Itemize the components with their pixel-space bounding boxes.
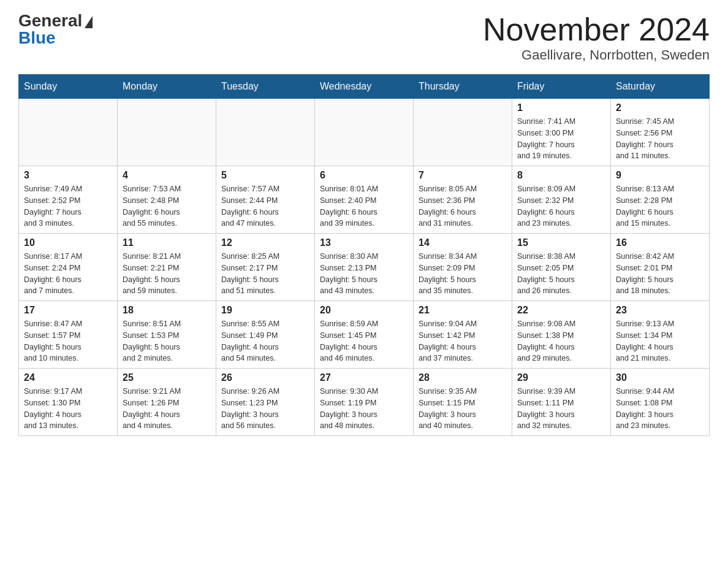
- calendar-cell: 28Sunrise: 9:35 AMSunset: 1:15 PMDayligh…: [414, 369, 512, 436]
- weekday-header-monday: Monday: [118, 75, 216, 99]
- day-number: 30: [616, 372, 704, 383]
- day-detail: Sunrise: 9:39 AMSunset: 1:11 PMDaylight:…: [517, 386, 605, 432]
- calendar-cell: [19, 99, 118, 166]
- day-detail: Sunrise: 8:30 AMSunset: 2:13 PMDaylight:…: [320, 251, 408, 297]
- day-detail: Sunrise: 8:05 AMSunset: 2:36 PMDaylight:…: [419, 183, 507, 229]
- calendar-week-5: 24Sunrise: 9:17 AMSunset: 1:30 PMDayligh…: [19, 369, 710, 436]
- calendar-cell: 2Sunrise: 7:45 AMSunset: 2:56 PMDaylight…: [611, 99, 710, 166]
- day-number: 10: [24, 237, 112, 248]
- calendar-cell: 19Sunrise: 8:55 AMSunset: 1:49 PMDayligh…: [216, 301, 315, 369]
- day-detail: Sunrise: 9:13 AMSunset: 1:34 PMDaylight:…: [616, 318, 704, 364]
- day-number: 21: [419, 305, 507, 316]
- day-detail: Sunrise: 8:09 AMSunset: 2:32 PMDaylight:…: [517, 183, 605, 229]
- calendar-table: SundayMondayTuesdayWednesdayThursdayFrid…: [18, 74, 710, 436]
- day-number: 8: [517, 170, 605, 181]
- day-detail: Sunrise: 8:01 AMSunset: 2:40 PMDaylight:…: [320, 183, 408, 229]
- title-block: November 2024 Gaellivare, Norrbotten, Sw…: [483, 12, 710, 63]
- day-number: 22: [517, 305, 605, 316]
- calendar-cell: 3Sunrise: 7:49 AMSunset: 2:52 PMDaylight…: [19, 166, 118, 234]
- logo-general: General: [18, 12, 82, 29]
- weekday-header-wednesday: Wednesday: [315, 75, 414, 99]
- day-number: 16: [616, 237, 704, 248]
- weekday-header-friday: Friday: [512, 75, 611, 99]
- day-number: 6: [320, 170, 408, 181]
- day-detail: Sunrise: 7:45 AMSunset: 2:56 PMDaylight:…: [616, 116, 704, 162]
- calendar-cell: 20Sunrise: 8:59 AMSunset: 1:45 PMDayligh…: [315, 301, 414, 369]
- calendar-cell: 21Sunrise: 9:04 AMSunset: 1:42 PMDayligh…: [414, 301, 512, 369]
- calendar-week-1: 1Sunrise: 7:41 AMSunset: 3:00 PMDaylight…: [19, 99, 710, 166]
- calendar-cell: 15Sunrise: 8:38 AMSunset: 2:05 PMDayligh…: [512, 234, 611, 301]
- day-detail: Sunrise: 9:35 AMSunset: 1:15 PMDaylight:…: [419, 386, 507, 432]
- page-title: November 2024: [483, 12, 710, 47]
- day-number: 1: [517, 102, 605, 113]
- day-detail: Sunrise: 9:26 AMSunset: 1:23 PMDaylight:…: [221, 386, 309, 432]
- calendar-cell: 27Sunrise: 9:30 AMSunset: 1:19 PMDayligh…: [315, 369, 414, 436]
- day-number: 7: [419, 170, 507, 181]
- day-detail: Sunrise: 7:57 AMSunset: 2:44 PMDaylight:…: [221, 183, 309, 229]
- calendar-body: 1Sunrise: 7:41 AMSunset: 3:00 PMDaylight…: [19, 99, 710, 436]
- weekday-header-sunday: Sunday: [19, 75, 118, 99]
- calendar-cell: [216, 99, 315, 166]
- day-detail: Sunrise: 8:47 AMSunset: 1:57 PMDaylight:…: [24, 318, 112, 364]
- day-number: 12: [221, 237, 309, 248]
- logo-blue: Blue: [18, 29, 56, 47]
- day-detail: Sunrise: 9:21 AMSunset: 1:26 PMDaylight:…: [123, 386, 211, 432]
- day-number: 28: [419, 372, 507, 383]
- day-detail: Sunrise: 8:42 AMSunset: 2:01 PMDaylight:…: [616, 251, 704, 297]
- day-detail: Sunrise: 9:04 AMSunset: 1:42 PMDaylight:…: [419, 318, 507, 364]
- calendar-cell: 12Sunrise: 8:25 AMSunset: 2:17 PMDayligh…: [216, 234, 315, 301]
- day-detail: Sunrise: 9:08 AMSunset: 1:38 PMDaylight:…: [517, 318, 605, 364]
- day-detail: Sunrise: 9:44 AMSunset: 1:08 PMDaylight:…: [616, 386, 704, 432]
- day-detail: Sunrise: 8:34 AMSunset: 2:09 PMDaylight:…: [419, 251, 507, 297]
- calendar-cell: 29Sunrise: 9:39 AMSunset: 1:11 PMDayligh…: [512, 369, 611, 436]
- calendar-cell: 22Sunrise: 9:08 AMSunset: 1:38 PMDayligh…: [512, 301, 611, 369]
- calendar-cell: 14Sunrise: 8:34 AMSunset: 2:09 PMDayligh…: [414, 234, 512, 301]
- calendar-cell: [315, 99, 414, 166]
- calendar-cell: [414, 99, 512, 166]
- weekday-header-thursday: Thursday: [414, 75, 512, 99]
- day-detail: Sunrise: 8:21 AMSunset: 2:21 PMDaylight:…: [123, 251, 211, 297]
- day-detail: Sunrise: 8:51 AMSunset: 1:53 PMDaylight:…: [123, 318, 211, 364]
- day-number: 17: [24, 305, 112, 316]
- day-number: 25: [123, 372, 211, 383]
- calendar-cell: 26Sunrise: 9:26 AMSunset: 1:23 PMDayligh…: [216, 369, 315, 436]
- calendar-week-4: 17Sunrise: 8:47 AMSunset: 1:57 PMDayligh…: [19, 301, 710, 369]
- calendar-week-3: 10Sunrise: 8:17 AMSunset: 2:24 PMDayligh…: [19, 234, 710, 301]
- page-subtitle: Gaellivare, Norrbotten, Sweden: [483, 47, 710, 63]
- day-number: 9: [616, 170, 704, 181]
- calendar-cell: 30Sunrise: 9:44 AMSunset: 1:08 PMDayligh…: [611, 369, 710, 436]
- page-header: General Blue November 2024 Gaellivare, N…: [18, 12, 710, 63]
- day-detail: Sunrise: 8:25 AMSunset: 2:17 PMDaylight:…: [221, 251, 309, 297]
- calendar-cell: 17Sunrise: 8:47 AMSunset: 1:57 PMDayligh…: [19, 301, 118, 369]
- day-detail: Sunrise: 9:17 AMSunset: 1:30 PMDaylight:…: [24, 386, 112, 432]
- calendar-cell: 5Sunrise: 7:57 AMSunset: 2:44 PMDaylight…: [216, 166, 315, 234]
- calendar-week-2: 3Sunrise: 7:49 AMSunset: 2:52 PMDaylight…: [19, 166, 710, 234]
- day-number: 20: [320, 305, 408, 316]
- day-number: 4: [123, 170, 211, 181]
- day-number: 5: [221, 170, 309, 181]
- day-detail: Sunrise: 7:53 AMSunset: 2:48 PMDaylight:…: [123, 183, 211, 229]
- calendar-cell: 9Sunrise: 8:13 AMSunset: 2:28 PMDaylight…: [611, 166, 710, 234]
- day-number: 24: [24, 372, 112, 383]
- day-number: 27: [320, 372, 408, 383]
- calendar-cell: 6Sunrise: 8:01 AMSunset: 2:40 PMDaylight…: [315, 166, 414, 234]
- calendar-cell: 24Sunrise: 9:17 AMSunset: 1:30 PMDayligh…: [19, 369, 118, 436]
- day-number: 15: [517, 237, 605, 248]
- day-detail: Sunrise: 8:17 AMSunset: 2:24 PMDaylight:…: [24, 251, 112, 297]
- day-number: 11: [123, 237, 211, 248]
- calendar-cell: 8Sunrise: 8:09 AMSunset: 2:32 PMDaylight…: [512, 166, 611, 234]
- calendar-header: SundayMondayTuesdayWednesdayThursdayFrid…: [19, 75, 710, 99]
- day-number: 26: [221, 372, 309, 383]
- day-detail: Sunrise: 8:59 AMSunset: 1:45 PMDaylight:…: [320, 318, 408, 364]
- calendar-cell: 18Sunrise: 8:51 AMSunset: 1:53 PMDayligh…: [118, 301, 216, 369]
- calendar-cell: [118, 99, 216, 166]
- weekday-header-tuesday: Tuesday: [216, 75, 315, 99]
- day-number: 23: [616, 305, 704, 316]
- day-number: 3: [24, 170, 112, 181]
- calendar-cell: 25Sunrise: 9:21 AMSunset: 1:26 PMDayligh…: [118, 369, 216, 436]
- calendar-cell: 16Sunrise: 8:42 AMSunset: 2:01 PMDayligh…: [611, 234, 710, 301]
- day-detail: Sunrise: 8:13 AMSunset: 2:28 PMDaylight:…: [616, 183, 704, 229]
- day-detail: Sunrise: 8:38 AMSunset: 2:05 PMDaylight:…: [517, 251, 605, 297]
- day-detail: Sunrise: 7:41 AMSunset: 3:00 PMDaylight:…: [517, 116, 605, 162]
- day-detail: Sunrise: 9:30 AMSunset: 1:19 PMDaylight:…: [320, 386, 408, 432]
